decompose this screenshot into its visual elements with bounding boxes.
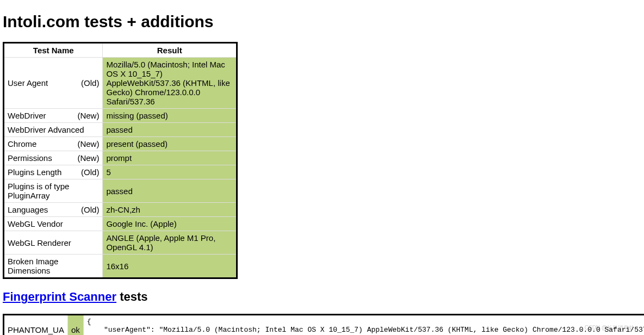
test-name-cell: Chrome(New)	[4, 137, 103, 151]
test-tag: (Old)	[81, 167, 99, 177]
table-row: Chrome(New)present (passed)	[4, 137, 237, 151]
test-name-cell: WebDriver(New)	[4, 109, 103, 123]
test-name: WebGL Renderer	[8, 238, 71, 247]
intoli-tests-table: Test Name Result User Agent(Old)Mozilla/…	[3, 42, 238, 279]
fingerprint-table: PHANTOM_UAok{ "userAgent": "Mozilla/5.0 …	[3, 314, 644, 335]
test-tag: (Old)	[81, 205, 99, 214]
table-row: WebGL VendorGoogle Inc. (Apple)	[4, 217, 237, 231]
fp-row: PHANTOM_UAok{ "userAgent": "Mozilla/5.0 …	[4, 315, 645, 336]
table-row: WebDriver Advancedpassed	[4, 123, 237, 137]
test-name: Languages	[8, 205, 48, 214]
test-name: User Agent	[8, 78, 48, 88]
table-row: Plugins is of type PluginArraypassed	[4, 179, 237, 203]
watermark: CSDN @长风消息处	[585, 324, 634, 332]
test-name-cell: WebDriver Advanced	[4, 123, 103, 137]
test-name: Broken Image Dimensions	[8, 257, 99, 275]
test-name: WebGL Vendor	[8, 219, 63, 228]
test-result-cell: Google Inc. (Apple)	[103, 217, 237, 231]
fp-heading-rest: tests	[116, 290, 147, 303]
test-name-cell: User Agent(Old)	[4, 58, 103, 109]
test-result-cell: passed	[103, 179, 237, 203]
test-result-cell: missing (passed)	[103, 109, 237, 123]
test-result-cell: 5	[103, 165, 237, 179]
fp-status-cell: ok	[67, 315, 83, 336]
test-name: Permissions	[8, 153, 52, 163]
test-name-cell: Plugins Length(Old)	[4, 165, 103, 179]
fp-test-name: PHANTOM_UA	[4, 315, 68, 336]
test-name-cell: Languages(Old)	[4, 203, 103, 217]
test-tag: (Old)	[81, 78, 99, 88]
table-header-row: Test Name Result	[4, 43, 237, 58]
table-row: WebDriver(New)missing (passed)	[4, 109, 237, 123]
test-name-cell: Broken Image Dimensions	[4, 255, 103, 278]
test-result-cell: present (passed)	[103, 137, 237, 151]
test-tag: (New)	[77, 111, 99, 120]
table-row: Permissions(New)prompt	[4, 151, 237, 165]
fp-json-cell: { "userAgent": "Mozilla/5.0 (Macintosh; …	[83, 315, 644, 336]
test-name-cell: Plugins is of type PluginArray	[4, 179, 103, 203]
table-row: Languages(Old)zh-CN,zh	[4, 203, 237, 217]
test-name: WebDriver	[8, 111, 46, 120]
test-tag: (New)	[77, 139, 99, 148]
test-result-cell: Mozilla/5.0 (Macintosh; Intel Mac OS X 1…	[103, 58, 237, 109]
test-result-cell: passed	[103, 123, 237, 137]
test-result-cell: zh-CN,zh	[103, 203, 237, 217]
table-row: User Agent(Old)Mozilla/5.0 (Macintosh; I…	[4, 58, 237, 109]
fp-heading: Fingerprint Scanner tests	[3, 290, 641, 304]
table-row: Plugins Length(Old)5	[4, 165, 237, 179]
col-header-result: Result	[103, 43, 237, 58]
test-result-cell: prompt	[103, 151, 237, 165]
test-result-cell: ANGLE (Apple, Apple M1 Pro, OpenGL 4.1)	[103, 231, 237, 255]
test-tag: (New)	[77, 153, 99, 163]
test-name: Plugins Length	[8, 167, 61, 177]
test-name-cell: WebGL Vendor	[4, 217, 103, 231]
test-name-cell: WebGL Renderer	[4, 231, 103, 255]
test-name-cell: Permissions(New)	[4, 151, 103, 165]
test-name: Plugins is of type PluginArray	[8, 182, 99, 200]
test-result-cell: 16x16	[103, 255, 237, 278]
test-name: WebDriver Advanced	[8, 125, 84, 134]
table-row: WebGL RendererANGLE (Apple, Apple M1 Pro…	[4, 231, 237, 255]
test-name: Chrome	[8, 139, 36, 148]
fingerprint-scanner-link[interactable]: Fingerprint Scanner	[3, 290, 116, 303]
col-header-name: Test Name	[4, 43, 103, 58]
page-title: Intoli.com tests + additions	[3, 13, 641, 31]
table-row: Broken Image Dimensions16x16	[4, 255, 237, 278]
